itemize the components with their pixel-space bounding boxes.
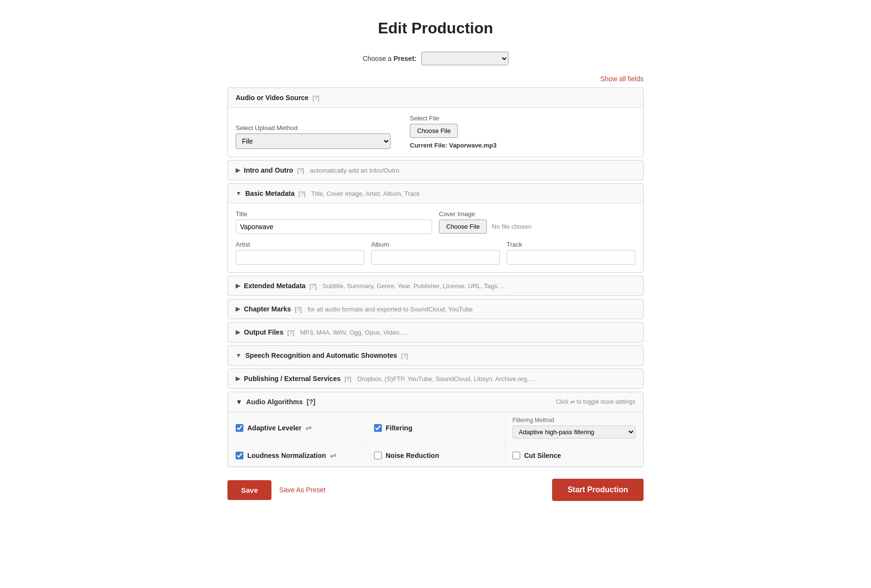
adaptive-leveler-settings-icon[interactable]: ⇌ bbox=[305, 423, 312, 432]
cut-silence-checkbox[interactable] bbox=[512, 452, 520, 459]
basic-metadata-arrow: ▼ bbox=[236, 190, 241, 197]
cover-image-row: Choose File No file chosen bbox=[439, 220, 635, 234]
output-files-hint: MP3, M4A, WAV, Ogg, Opus, Video, ... bbox=[300, 329, 408, 336]
chapter-marks-header[interactable]: ▶ Chapter Marks [?] for all audio format… bbox=[228, 299, 643, 319]
start-production-button[interactable]: Start Production bbox=[552, 479, 644, 501]
album-label: Album bbox=[371, 241, 500, 248]
extended-metadata-header[interactable]: ▶ Extended Metadata [?] Subtitle, Summar… bbox=[228, 276, 643, 295]
audio-source-help: [?] bbox=[313, 94, 319, 102]
intro-outro-header[interactable]: ▶ Intro and Outro [?] automatically add … bbox=[228, 161, 643, 180]
artist-album-track-row: Artist Album Track bbox=[236, 241, 635, 265]
chapter-marks-title: Chapter Marks bbox=[244, 305, 291, 313]
publishing-section: ▶ Publishing / External Services [?] Dro… bbox=[227, 368, 644, 389]
album-field-group: Album bbox=[371, 241, 500, 265]
speech-recognition-title: Speech Recognition and Automatic Shownot… bbox=[245, 352, 397, 359]
upload-method-label: Select Upload Method bbox=[236, 124, 390, 132]
cover-image-label: Cover Image bbox=[439, 210, 635, 218]
audio-algorithms-title: Audio Algorithms bbox=[246, 398, 303, 406]
upload-method-select[interactable]: File URL FTP bbox=[236, 133, 390, 149]
chapter-marks-hint: for all audio formats and exported to So… bbox=[308, 306, 473, 313]
footer-left: Save Save As Preset bbox=[227, 480, 326, 500]
artist-label: Artist bbox=[236, 241, 364, 248]
chapter-marks-section: ▶ Chapter Marks [?] for all audio format… bbox=[227, 299, 644, 319]
track-label: Track bbox=[507, 241, 635, 248]
intro-outro-help: [?] bbox=[297, 167, 304, 174]
filtering-cell: Filtering bbox=[366, 412, 505, 443]
publishing-title: Publishing / External Services bbox=[244, 375, 341, 382]
loudness-normalization-cell: Loudness Normalization ⇌ bbox=[228, 444, 366, 467]
cover-image-field-group: Cover Image Choose File No file chosen bbox=[439, 210, 635, 234]
audio-source-section: Audio or Video Source [?] Select Upload … bbox=[227, 88, 644, 157]
audio-algorithms-arrow: ▼ bbox=[236, 398, 242, 406]
footer-actions: Save Save As Preset Start Production bbox=[227, 479, 644, 501]
extended-metadata-arrow: ▶ bbox=[236, 282, 240, 289]
preset-label: Choose a Preset: bbox=[362, 55, 418, 62]
intro-outro-section: ▶ Intro and Outro [?] automatically add … bbox=[227, 160, 644, 180]
output-files-header[interactable]: ▶ Output Files [?] MP3, M4A, WAV, Ogg, O… bbox=[228, 323, 643, 342]
publishing-help: [?] bbox=[345, 375, 351, 382]
audio-source-body: Select Upload Method File URL FTP Select… bbox=[228, 107, 643, 157]
preset-select[interactable]: Preset 1 Preset 2 bbox=[421, 52, 509, 65]
cover-image-choose-file-button[interactable]: Choose File bbox=[439, 220, 487, 234]
adaptive-leveler-cell: Adaptive Leveler ⇌ bbox=[228, 412, 366, 443]
upload-row: Select Upload Method File URL FTP Select… bbox=[236, 115, 635, 149]
loudness-normalization-checkbox[interactable] bbox=[236, 452, 243, 459]
speech-recognition-arrow: ▼ bbox=[236, 352, 241, 359]
algo-row-2: Loudness Normalization ⇌ Noise Reduction… bbox=[228, 444, 643, 467]
track-input[interactable] bbox=[507, 250, 635, 265]
adaptive-leveler-checkbox[interactable] bbox=[236, 424, 243, 432]
title-field-group: Title bbox=[236, 210, 432, 234]
filtering-label: Filtering bbox=[386, 424, 412, 432]
intro-outro-arrow: ▶ bbox=[236, 167, 240, 174]
extended-metadata-help: [?] bbox=[310, 282, 316, 290]
intro-outro-title: Intro and Outro bbox=[244, 166, 293, 174]
upload-method-col: Select Upload Method File URL FTP bbox=[236, 124, 390, 149]
basic-metadata-hint: Title, Cover Image, Artist, Album, Track bbox=[311, 190, 420, 197]
title-input[interactable] bbox=[236, 220, 432, 234]
basic-metadata-header[interactable]: ▼ Basic Metadata [?] Title, Cover Image,… bbox=[228, 184, 643, 203]
basic-metadata-help: [?] bbox=[299, 190, 305, 197]
speech-recognition-header[interactable]: ▼ Speech Recognition and Automatic Shown… bbox=[228, 346, 643, 365]
save-button[interactable]: Save bbox=[227, 480, 271, 500]
intro-outro-hint: automatically add an Intro/Outro bbox=[310, 167, 399, 174]
output-files-help: [?] bbox=[287, 329, 294, 336]
metadata-grid: Title Cover Image Choose File No file ch… bbox=[236, 210, 635, 234]
noise-reduction-cell: Noise Reduction bbox=[366, 444, 505, 467]
adaptive-leveler-label: Adaptive Leveler bbox=[247, 424, 301, 432]
select-file-col: Select File Choose File Current File: Va… bbox=[410, 115, 496, 149]
extended-metadata-title: Extended Metadata bbox=[244, 282, 306, 290]
publishing-header[interactable]: ▶ Publishing / External Services [?] Dro… bbox=[228, 369, 643, 388]
audio-algorithms-hint: Click ⇌ to toggle more settings bbox=[556, 398, 635, 405]
audio-algorithms-header[interactable]: ▼ Audio Algorithms [?] Click ⇌ to toggle… bbox=[228, 392, 643, 412]
no-file-text: No file chosen bbox=[492, 223, 531, 230]
filtering-checkbox[interactable] bbox=[374, 424, 382, 432]
speech-recognition-section: ▼ Speech Recognition and Automatic Shown… bbox=[227, 345, 644, 366]
filtering-method-cell: Filtering Method Adaptive high-pass filt… bbox=[505, 412, 643, 443]
audio-source-header[interactable]: Audio or Video Source [?] bbox=[228, 88, 643, 107]
show-all-fields-link[interactable]: Show all fields bbox=[601, 75, 644, 83]
speech-recognition-help: [?] bbox=[401, 352, 408, 359]
save-preset-button[interactable]: Save As Preset bbox=[279, 486, 326, 494]
output-files-section: ▶ Output Files [?] MP3, M4A, WAV, Ogg, O… bbox=[227, 322, 644, 342]
loudness-normalization-label: Loudness Normalization bbox=[247, 452, 326, 459]
extended-metadata-hint: Subtitle, Summary, Genre, Year, Publishe… bbox=[322, 282, 506, 290]
audio-algorithms-help: [?] bbox=[307, 398, 315, 406]
select-file-label: Select File bbox=[410, 115, 496, 122]
show-all-fields-row: Show all fields bbox=[227, 75, 644, 83]
publishing-hint: Dropbox, (S)FTP, YouTube, SoundCloud, Li… bbox=[357, 375, 536, 382]
page-title: Edit Production bbox=[227, 19, 644, 37]
noise-reduction-checkbox[interactable] bbox=[374, 452, 382, 459]
noise-reduction-label: Noise Reduction bbox=[386, 452, 439, 459]
basic-metadata-section: ▼ Basic Metadata [?] Title, Cover Image,… bbox=[227, 183, 644, 273]
album-input[interactable] bbox=[371, 250, 500, 265]
choose-file-button[interactable]: Choose File bbox=[410, 124, 458, 138]
artist-input[interactable] bbox=[236, 250, 364, 265]
cut-silence-cell: Cut Silence bbox=[505, 444, 643, 467]
basic-metadata-body: Title Cover Image Choose File No file ch… bbox=[228, 203, 643, 272]
loudness-normalization-settings-icon[interactable]: ⇌ bbox=[330, 451, 336, 460]
filtering-method-select[interactable]: Adaptive high-pass filtering High-pass f… bbox=[512, 426, 635, 439]
output-files-arrow: ▶ bbox=[236, 329, 240, 336]
extended-metadata-section: ▶ Extended Metadata [?] Subtitle, Summar… bbox=[227, 276, 644, 296]
algo-row-1: Adaptive Leveler ⇌ Filtering Filtering M… bbox=[228, 412, 643, 444]
basic-metadata-title: Basic Metadata bbox=[245, 190, 295, 197]
